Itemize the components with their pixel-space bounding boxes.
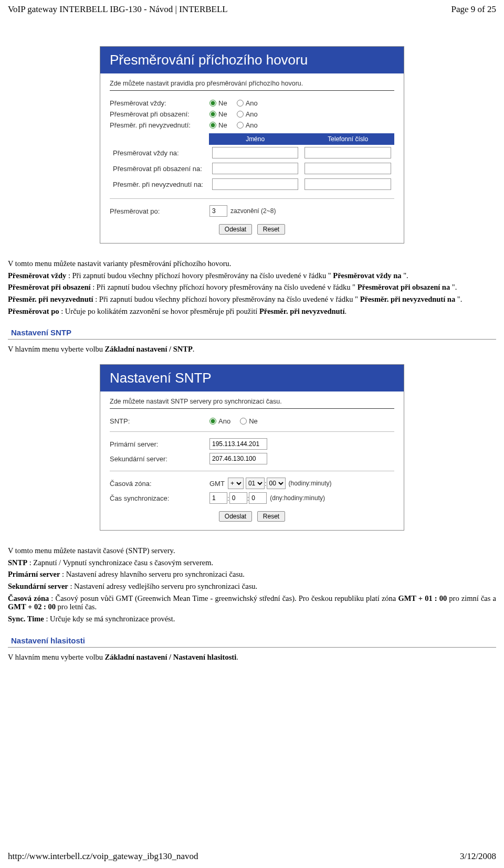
sync-time-row: Čas synchronizace: : : (dny:hodiny:minut… <box>110 492 394 504</box>
name-input[interactable] <box>212 147 299 158</box>
radio-input[interactable] <box>209 122 216 129</box>
gmt-label: GMT <box>209 480 225 488</box>
tz-hour-select[interactable]: 01 <box>246 478 265 489</box>
footer-url: http://www.interbell.cz/voip_gateway_ibg… <box>8 851 198 862</box>
timezone-row: Časová zóna: GMT + 01 : 00 (hodiny:minut… <box>110 478 394 489</box>
paragraph: Sekundární server : Nastavení adresy ved… <box>8 582 496 591</box>
fwd-after-row: Přesměrovat po: zazvonění (2~8) <box>110 205 394 217</box>
footer-date: 3/12/2008 <box>460 851 496 862</box>
tz-sign-select[interactable]: + <box>228 478 244 489</box>
divider <box>110 408 394 409</box>
radio-ne[interactable]: Ne <box>209 121 227 129</box>
hint: (hodiny:minuty) <box>289 480 332 487</box>
rings-input[interactable] <box>209 205 227 217</box>
divider <box>110 431 394 432</box>
radio-ne[interactable]: Ne <box>240 417 258 425</box>
page-footer: http://www.interbell.cz/voip_gateway_ibg… <box>8 851 496 862</box>
name-input[interactable] <box>212 178 299 190</box>
tel-input[interactable] <box>304 147 391 158</box>
radio-input[interactable] <box>209 111 216 118</box>
tel-input[interactable] <box>304 178 391 190</box>
row-label: SNTP: <box>110 417 209 425</box>
section-heading: Nastavení SNTP <box>11 328 496 337</box>
panel-desc: Zde můžete nastavit pravidla pro přesměr… <box>110 80 394 87</box>
row-label: Přesměr. při nevyzvednutí na: <box>110 176 209 192</box>
forward-targets-table: JménoTelefonní číslo Přesměrovat vždy na… <box>110 133 394 192</box>
submit-button[interactable]: Odeslat <box>219 224 252 235</box>
radio-ano[interactable]: Ano <box>237 121 258 129</box>
th-name: Jméno <box>209 133 302 145</box>
header-title: VoIP gateway INTERBELL IBG-130 - Návod |… <box>8 4 228 15</box>
sync-days-input[interactable] <box>209 492 227 504</box>
row-label: Přesměrovat vždy na: <box>110 145 209 161</box>
panel-desc: Zde můžete nastavit SNTP servery pro syn… <box>110 398 394 405</box>
divider <box>110 471 394 471</box>
secondary-server-input[interactable] <box>209 453 267 464</box>
hint: zazvonění (2~8) <box>230 207 276 215</box>
paragraph: V tomto menu můžete nastavit časové (SNT… <box>8 546 496 555</box>
reset-button[interactable]: Reset <box>257 511 285 522</box>
paragraph: Sync. Time : Určuje kdy se má synchroniz… <box>8 615 496 623</box>
primary-server-row: Primární server: <box>110 438 394 450</box>
table-row: Přesměrovat při obsazení na: <box>110 161 394 176</box>
table-row: Přesměr. při nevyzvednutí na: <box>110 176 394 192</box>
divider <box>8 647 496 648</box>
fwd-busy-row: Přesměrovat při obsazení: Ne Ano <box>110 110 394 118</box>
tz-min-select[interactable]: 00 <box>267 478 286 489</box>
submit-button[interactable]: Odeslat <box>219 511 252 522</box>
divider <box>110 198 394 199</box>
paragraph: Přesměr. při nevyzvednutí : Při zapnutí … <box>8 295 496 304</box>
primary-server-input[interactable] <box>209 438 267 450</box>
table-row: Přesměrovat vždy na: <box>110 145 394 161</box>
radio-input[interactable] <box>237 122 244 129</box>
row-label: Časová zóna: <box>110 480 209 488</box>
name-input[interactable] <box>212 163 299 174</box>
radio-ne[interactable]: Ne <box>209 110 227 118</box>
paragraph: V hlavním menu vyberte volbu Základní na… <box>8 345 496 354</box>
panel-title: Nastavení SNTP <box>100 365 404 391</box>
page-header: VoIP gateway INTERBELL IBG-130 - Návod |… <box>8 4 496 15</box>
paragraph: Přesměrovat při obsazení : Při zapnutí b… <box>8 283 496 292</box>
reset-button[interactable]: Reset <box>257 224 285 235</box>
radio-input[interactable] <box>237 100 244 107</box>
th-tel: Telefonní číslo <box>301 133 394 145</box>
page-number: Page 9 of 25 <box>452 4 496 15</box>
sntp-panel: Nastavení SNTP Zde můžete nastavit SNTP … <box>100 364 404 531</box>
radio-ne[interactable]: Ne <box>209 99 227 107</box>
secondary-server-row: Sekundární server: <box>110 453 394 464</box>
row-label: Přesměrovat při obsazení na: <box>110 161 209 176</box>
divider <box>8 339 496 340</box>
sntp-enable-row: SNTP: Ano Ne <box>110 417 394 425</box>
paragraph: Přesměrovat vždy : Při zapnutí budou vše… <box>8 271 496 280</box>
radio-input[interactable] <box>240 418 247 425</box>
row-label: Přesměr. při nevyzvednutí: <box>110 121 209 129</box>
radio-input[interactable] <box>209 100 216 107</box>
paragraph: V tomto menu můžete nastavit varianty př… <box>8 259 496 268</box>
row-label: Sekundární server: <box>110 455 209 463</box>
row-label: Přesměrovat při obsazení: <box>110 110 209 118</box>
tel-input[interactable] <box>304 163 391 174</box>
row-label: Primární server: <box>110 440 209 448</box>
fwd-noanswer-row: Přesměr. při nevyzvednutí: Ne Ano <box>110 121 394 129</box>
paragraph: Primární server : Nastavení adresy hlavn… <box>8 570 496 579</box>
sync-mins-input[interactable] <box>249 492 267 504</box>
section-heading: Nastavení hlasitosti <box>11 636 496 645</box>
paragraph: SNTP : Zapnutí / Vypnutí synchronizace č… <box>8 558 496 567</box>
forwarding-panel: Přesměrování příchozího hovoru Zde můžet… <box>100 46 404 244</box>
row-label: Přesměrovat po: <box>110 207 209 215</box>
sync-hours-input[interactable] <box>229 492 247 504</box>
fwd-always-row: Přesměrovat vždy: Ne Ano <box>110 99 394 107</box>
panel-title: Přesměrování příchozího hovoru <box>100 47 404 73</box>
row-label: Čas synchronizace: <box>110 494 209 502</box>
radio-input[interactable] <box>237 111 244 118</box>
paragraph: Přesměrovat po : Určuje po kolikátém zaz… <box>8 307 496 316</box>
row-label: Přesměrovat vždy: <box>110 99 209 107</box>
radio-ano[interactable]: Ano <box>209 417 230 425</box>
radio-ano[interactable]: Ano <box>237 99 258 107</box>
paragraph: V hlavním menu vyberte volbu Základní na… <box>8 653 496 662</box>
hint: (dny:hodiny:minuty) <box>270 494 325 502</box>
paragraph: Časová zóna : Časový posun vůči GMT (Gre… <box>8 594 496 611</box>
radio-ano[interactable]: Ano <box>237 110 258 118</box>
divider <box>110 90 394 91</box>
radio-input[interactable] <box>209 418 216 425</box>
